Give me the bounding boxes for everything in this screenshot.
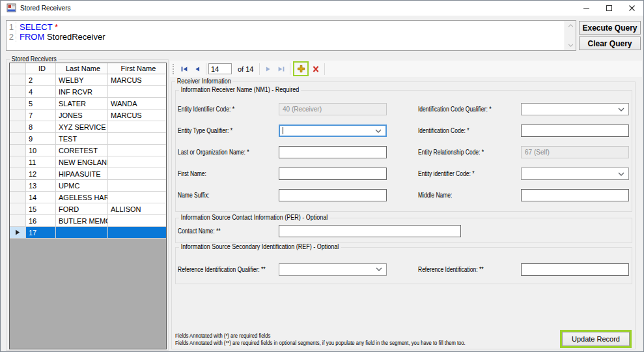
row-selector[interactable] [10, 180, 26, 191]
cell-first-name[interactable] [108, 86, 166, 97]
cell-first-name[interactable] [108, 145, 166, 156]
middle-name-input[interactable] [521, 189, 629, 201]
move-previous-button[interactable] [191, 63, 204, 76]
clear-query-button[interactable]: Clear Query [579, 37, 641, 50]
entity-type-qualifier-combobox[interactable] [279, 125, 387, 137]
cell-last-name[interactable]: AGELESS HAR... [56, 192, 108, 203]
table-row[interactable]: 5SLATERWANDA [10, 98, 166, 110]
row-selector[interactable] [10, 133, 26, 144]
cell-first-name[interactable]: ALLISON [108, 203, 166, 214]
reference-identification-input[interactable] [521, 263, 629, 276]
row-selector[interactable] [10, 121, 26, 132]
move-last-button[interactable] [275, 63, 288, 76]
cell-last-name[interactable]: TEST [56, 133, 108, 144]
scroll-down-button[interactable] [565, 40, 576, 50]
column-header-last-name[interactable]: Last Name [56, 63, 108, 74]
cell-id[interactable]: 5 [26, 98, 56, 109]
cell-last-name[interactable] [56, 227, 108, 238]
table-row[interactable]: 8XYZ SERVICE [10, 121, 166, 133]
cell-first-name[interactable]: MARCUS [108, 110, 166, 121]
cell-last-name[interactable]: NEW ENGLAND... [56, 156, 108, 168]
query-scrollbar[interactable] [565, 21, 576, 50]
reference-identification-qualifier-combobox[interactable] [279, 263, 387, 276]
cell-first-name[interactable] [108, 133, 166, 144]
position-input[interactable] [208, 63, 232, 74]
row-selector[interactable] [10, 110, 26, 121]
row-selector[interactable] [10, 86, 26, 97]
cell-first-name[interactable] [108, 215, 166, 226]
row-selector[interactable] [10, 168, 26, 179]
cell-last-name[interactable]: BUTLER MEMO... [56, 215, 108, 226]
cell-first-name[interactable] [108, 168, 166, 179]
cell-first-name[interactable] [108, 227, 166, 238]
cell-last-name[interactable]: SLATER [56, 98, 108, 109]
cell-last-name[interactable]: UPMC [56, 180, 108, 191]
identification-code-qualifier-combobox[interactable] [521, 103, 629, 115]
execute-query-button[interactable]: Execute Query [579, 21, 641, 35]
move-first-button[interactable] [178, 63, 191, 76]
cell-id[interactable]: 17 [26, 227, 56, 238]
row-selector[interactable] [10, 227, 26, 238]
row-selector[interactable] [10, 74, 26, 85]
delete-button[interactable] [309, 63, 322, 76]
close-button[interactable] [621, 1, 643, 16]
column-header-id[interactable]: ID [26, 63, 56, 74]
cell-first-name[interactable] [108, 121, 166, 132]
cell-id[interactable]: 12 [26, 168, 56, 179]
table-row[interactable]: 14AGELESS HAR... [10, 192, 166, 203]
cell-id[interactable]: 15 [26, 203, 56, 214]
cell-last-name[interactable]: FORD [56, 203, 108, 214]
scroll-up-button[interactable] [565, 21, 576, 31]
row-selector[interactable] [10, 215, 26, 226]
identification-code-input[interactable] [521, 125, 629, 137]
cell-id[interactable]: 14 [26, 192, 56, 203]
table-row[interactable]: 2WELBYMARCUS [10, 74, 166, 86]
maximize-button[interactable] [598, 1, 621, 16]
row-selector[interactable] [10, 156, 26, 168]
sql-query-editor[interactable]: 1SELECT *2FROM StoredReceiver [6, 20, 576, 51]
update-record-button[interactable]: Update Record [562, 332, 630, 346]
add-new-button[interactable] [295, 63, 307, 75]
minimize-button[interactable] [575, 1, 598, 16]
contact-name-input[interactable] [279, 225, 461, 237]
cell-first-name[interactable] [108, 192, 166, 203]
cell-last-name[interactable]: CORETEST [56, 145, 108, 156]
cell-id[interactable]: 16 [26, 215, 56, 226]
row-selector[interactable] [10, 203, 26, 214]
table-row[interactable]: 12HIPAASUITE [10, 168, 166, 180]
cell-last-name[interactable]: WELBY [56, 74, 108, 85]
cell-id[interactable]: 13 [26, 180, 56, 191]
table-row[interactable]: 13UPMC [10, 180, 166, 192]
cell-first-name[interactable]: WANDA [108, 98, 166, 109]
table-row[interactable]: 7JONESMARCUS [10, 110, 166, 121]
cell-last-name[interactable]: XYZ SERVICE [56, 121, 108, 132]
cell-first-name[interactable]: MARCUS [108, 74, 166, 85]
cell-id[interactable]: 7 [26, 110, 56, 121]
table-row[interactable]: 15FORDALLISON [10, 203, 166, 215]
table-row[interactable]: 9TEST [10, 133, 166, 145]
cell-id[interactable]: 11 [26, 156, 56, 168]
move-next-button[interactable] [262, 63, 275, 76]
last-or-organization-name-input[interactable] [279, 146, 387, 158]
cell-first-name[interactable] [108, 156, 166, 168]
row-selector[interactable] [10, 145, 26, 156]
row-selector[interactable] [10, 98, 26, 109]
table-row[interactable]: 16BUTLER MEMO... [10, 215, 166, 227]
toolbar-grip[interactable] [173, 64, 175, 74]
table-row[interactable]: 17 [10, 227, 166, 239]
cell-first-name[interactable] [108, 180, 166, 191]
table-row[interactable]: 4INF RCVR [10, 86, 166, 98]
cell-id[interactable]: 2 [26, 74, 56, 85]
cell-last-name[interactable]: JONES [56, 110, 108, 121]
entity-identifier-code-2-combobox[interactable] [521, 168, 629, 180]
cell-id[interactable]: 10 [26, 145, 56, 156]
table-row[interactable]: 11NEW ENGLAND... [10, 156, 166, 168]
name-suffix-input[interactable] [279, 189, 387, 201]
cell-last-name[interactable]: HIPAASUITE [56, 168, 108, 179]
cell-id[interactable]: 4 [26, 86, 56, 97]
cell-last-name[interactable]: INF RCVR [56, 86, 108, 97]
column-header-first-name[interactable]: First Name [108, 63, 166, 74]
receivers-data-grid[interactable]: ID Last Name First Name 2WELBYMARCUS4INF… [9, 63, 167, 349]
cell-id[interactable]: 9 [26, 133, 56, 144]
table-row[interactable]: 10CORETEST [10, 145, 166, 156]
